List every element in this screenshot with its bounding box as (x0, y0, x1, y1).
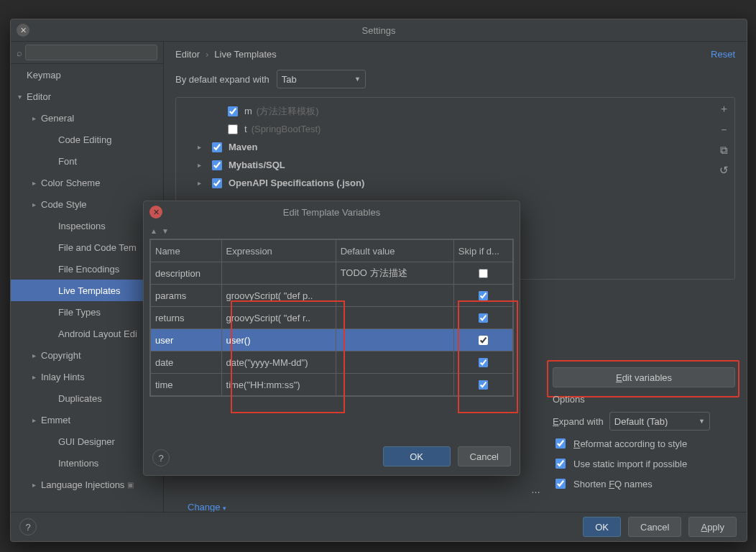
cell-name[interactable]: params (151, 285, 222, 307)
dialog-ok-button[interactable]: OK (383, 446, 451, 466)
cell-skip[interactable] (453, 307, 512, 329)
cell-name[interactable]: user (151, 329, 222, 351)
sidebar-item-color-scheme[interactable]: Color Scheme (11, 172, 163, 193)
sidebar-item-label: Emmet (41, 415, 70, 426)
sidebar-item-font[interactable]: Font (11, 150, 163, 172)
table-row[interactable]: descriptionTODO 方法描述 (151, 262, 513, 285)
shorten-checkbox[interactable] (556, 479, 566, 489)
sidebar-item-code-style[interactable]: Code Style (11, 193, 163, 215)
variables-table[interactable]: Name Expression Default value Skip if d.… (149, 239, 514, 397)
cancel-button[interactable]: Cancel (628, 517, 681, 537)
table-row[interactable]: timetime("HH:mm:ss") (151, 374, 513, 396)
skip-checkbox[interactable] (479, 336, 488, 345)
cell-skip[interactable] (453, 351, 512, 374)
expand-with-combo[interactable]: Default (Tab) ▼ (609, 412, 710, 431)
cell-skip[interactable] (453, 285, 512, 307)
sidebar-item-android-layout-edi[interactable]: Android Layout Edi (11, 323, 163, 344)
cell-skip[interactable] (453, 374, 512, 396)
col-expr[interactable]: Expression (221, 240, 336, 262)
move-down-icon[interactable]: ▼ (162, 227, 169, 235)
skip-checkbox[interactable] (479, 358, 488, 367)
skip-checkbox[interactable] (479, 291, 488, 300)
reformat-checkbox[interactable] (556, 438, 566, 448)
cell-expr[interactable]: user() (221, 329, 336, 351)
sidebar-item-intentions[interactable]: Intentions (11, 452, 163, 474)
move-up-icon[interactable]: ▲ (150, 227, 157, 235)
cell-skip[interactable] (453, 329, 512, 351)
template-item[interactable]: ▸Mybatis/SQL (176, 156, 713, 174)
template-checkbox[interactable] (212, 178, 222, 188)
sidebar-item-file-encodings[interactable]: File Encodings (11, 258, 163, 280)
sidebar-item-code-editing[interactable]: Code Editing (11, 129, 163, 150)
cell-default[interactable]: TODO 方法描述 (336, 262, 453, 285)
cell-name[interactable]: description (151, 262, 222, 285)
close-icon[interactable]: ✕ (149, 206, 162, 218)
sidebar-item-copyright[interactable]: Copyright (11, 344, 163, 366)
skip-checkbox[interactable] (479, 380, 488, 390)
col-skip[interactable]: Skip if d... (453, 240, 512, 262)
cell-name[interactable]: returns (151, 307, 222, 329)
cell-expr[interactable]: groovyScript( "def p.. (221, 285, 336, 307)
expand-combo[interactable]: Tab ▼ (277, 70, 366, 88)
copy-icon[interactable]: ⧉ (720, 144, 728, 157)
breadcrumb-a[interactable]: Editor (175, 49, 200, 60)
template-checkbox[interactable] (212, 142, 222, 152)
remove-icon[interactable]: － (719, 123, 729, 137)
change-link[interactable]: Change (188, 502, 226, 512)
sidebar-item-live-templates[interactable]: Live Templates (11, 280, 163, 301)
template-item[interactable]: m(方法注释模板) (176, 102, 713, 120)
sidebar-item-editor[interactable]: Editor (11, 86, 163, 107)
cell-default[interactable] (336, 374, 453, 396)
apply-button[interactable]: Apply (688, 517, 737, 537)
static-import-checkbox[interactable] (556, 459, 566, 469)
cell-expr[interactable]: time("HH:mm:ss") (221, 374, 336, 396)
revert-icon[interactable]: ↺ (719, 164, 729, 177)
cell-default[interactable] (336, 329, 453, 351)
cell-name[interactable]: date (151, 351, 222, 374)
skip-checkbox[interactable] (479, 313, 488, 323)
sidebar-item-general[interactable]: General (11, 107, 163, 129)
sidebar-item-language-injections[interactable]: Language Injections▣ (11, 474, 163, 495)
table-row[interactable]: returnsgroovyScript( "def r.. (151, 307, 513, 329)
sidebar-item-inspections[interactable]: Inspections (11, 215, 163, 236)
sidebar-item-file-types[interactable]: File Types (11, 301, 163, 323)
cell-default[interactable] (336, 307, 453, 329)
template-item[interactable]: t(SpringBootTest) (176, 120, 713, 138)
template-checkbox[interactable] (228, 124, 238, 134)
cell-expr[interactable] (221, 262, 336, 285)
cell-default[interactable] (336, 285, 453, 307)
sidebar-item-file-and-code-tem[interactable]: File and Code Tem (11, 236, 163, 258)
reset-link[interactable]: Reset (711, 49, 735, 60)
cell-expr[interactable]: date("yyyy-MM-dd") (221, 351, 336, 374)
sidebar-item-duplicates[interactable]: Duplicates (11, 387, 163, 409)
sidebar-item-inlay-hints[interactable]: Inlay Hints (11, 366, 163, 387)
cell-skip[interactable] (453, 262, 512, 285)
ok-button[interactable]: OK (583, 517, 621, 537)
cell-default[interactable] (336, 351, 453, 374)
skip-checkbox[interactable] (479, 269, 488, 278)
reformat-label: Reformat according to style (573, 438, 687, 449)
table-row[interactable]: useruser() (151, 329, 513, 351)
sidebar-item-emmet[interactable]: Emmet (11, 409, 163, 431)
sidebar-item-gui-designer[interactable]: GUI Designer (11, 431, 163, 452)
cell-expr[interactable]: groovyScript( "def r.. (221, 307, 336, 329)
search-icon: ⌕ (17, 47, 22, 58)
col-name[interactable]: Name (151, 240, 222, 262)
sidebar-item-label: Android Layout Edi (58, 328, 137, 339)
help-icon[interactable]: ? (152, 449, 170, 466)
table-row[interactable]: datedate("yyyy-MM-dd") (151, 351, 513, 374)
add-icon[interactable]: ＋ (719, 102, 729, 116)
template-item[interactable]: ▸Maven (176, 138, 713, 156)
edit-variables-button[interactable]: Edit variables (553, 367, 735, 387)
template-item[interactable]: ▸OpenAPI Specifications (.json) (176, 174, 713, 192)
table-row[interactable]: paramsgroovyScript( "def p.. (151, 285, 513, 307)
close-icon[interactable]: ✕ (17, 24, 29, 37)
sidebar-item-keymap[interactable]: Keymap (11, 64, 163, 86)
search-input[interactable] (25, 45, 157, 60)
template-checkbox[interactable] (212, 160, 222, 170)
col-def[interactable]: Default value (336, 240, 453, 262)
dialog-cancel-button[interactable]: Cancel (458, 446, 511, 466)
template-checkbox[interactable] (228, 106, 238, 116)
help-icon[interactable]: ? (19, 518, 37, 535)
cell-name[interactable]: time (151, 374, 222, 396)
